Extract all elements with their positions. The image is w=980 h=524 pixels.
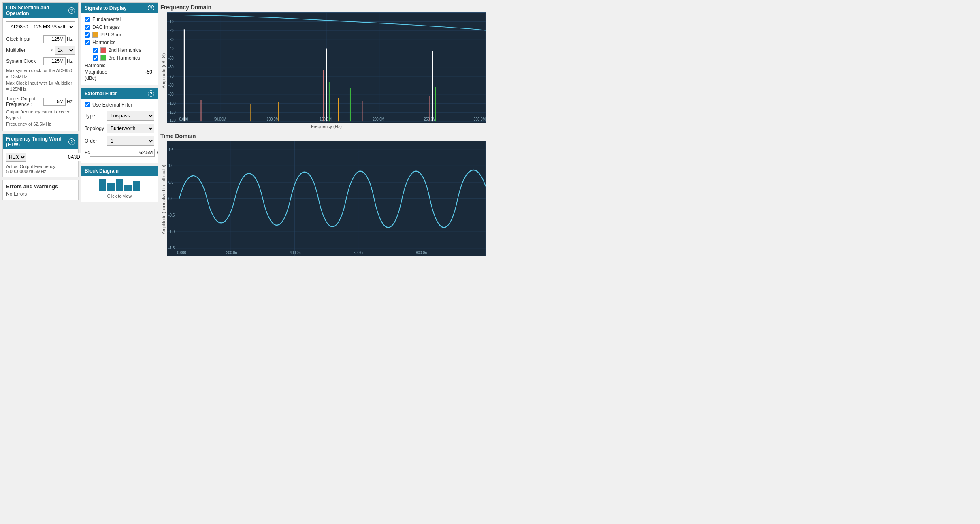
ppt-spur-checkbox[interactable] <box>85 32 90 38</box>
ftw-section-title: Frequency Tuning Word (FTW) <box>6 136 68 147</box>
use-filter-label: Use External Filter <box>92 102 132 108</box>
svg-text:1.5: 1.5 <box>168 147 174 152</box>
target-freq-field[interactable] <box>43 98 66 106</box>
bd-block-3 <box>116 179 123 191</box>
filter-order-row: Order 12345 <box>85 136 154 146</box>
frequency-domain-chart-right: -10 -20 -30 -40 -50 -60 -70 -80 -90 -100… <box>167 12 486 130</box>
fundamental-label: Fundamental <box>92 17 121 22</box>
filter-fc-input[interactable] <box>90 149 155 157</box>
ftw-row: HEXDECBIN <box>6 153 75 162</box>
actual-freq-value: 5.00000000465MHz <box>6 169 46 174</box>
nyquist-warning: Output frequency cannot exceed NyquistFr… <box>6 109 75 128</box>
system-clock-field[interactable] <box>43 57 66 65</box>
multiplier-select[interactable]: 1x2x4x <box>55 46 75 55</box>
use-filter-checkbox[interactable] <box>85 102 90 107</box>
filter-section-body: Use External Filter Type LowpassHighpass… <box>81 99 158 163</box>
clock-info: Max system clock for the AD9850 is 125MH… <box>6 68 75 93</box>
third-harmonic-color-box <box>100 55 106 61</box>
time-domain-title: Time Domain <box>160 133 486 139</box>
block-diagram-visual <box>99 179 140 191</box>
time-domain-container: Time Domain Amplitude (normalized to ful… <box>160 133 486 258</box>
left-panel: DDS Selection and Operation ? AD9850 – 1… <box>0 0 81 262</box>
svg-text:-1.0: -1.0 <box>168 229 175 234</box>
svg-text:-70: -70 <box>168 74 174 79</box>
signals-help-icon[interactable]: ? <box>148 5 154 11</box>
filter-topology-select[interactable]: ButterworthChebyshevBessel <box>107 124 154 133</box>
ftw-help-icon[interactable]: ? <box>68 138 75 145</box>
block-diagram-body[interactable]: Click to view <box>81 176 158 202</box>
bd-block-5 <box>133 181 140 191</box>
time-domain-chart-area: Amplitude (normalized to full-scale) <box>160 141 486 258</box>
click-to-view-label: Click to view <box>107 194 132 198</box>
frequency-domain-svg: -10 -20 -30 -40 -50 -60 -70 -80 -90 -100… <box>167 13 486 123</box>
harmonic-magnitude-row: HarmonicMagnitude(dBc) <box>85 63 154 82</box>
ftw-section: Frequency Tuning Word (FTW) ? HEXDECBIN … <box>2 134 79 177</box>
svg-text:-120: -120 <box>168 118 176 123</box>
dds-section-body: AD9850 – 125 MSPS with 10-bit DAC AD9851… <box>3 18 78 131</box>
second-harmonic-checkbox[interactable] <box>93 48 98 53</box>
right-panel: Frequency Domain Amplitude (dBFS) <box>158 0 490 262</box>
svg-text:400.0n: 400.0n <box>290 250 301 255</box>
clock-input-field[interactable] <box>43 35 66 43</box>
ftw-section-body: HEXDECBIN Actual Output Frequency: 5.000… <box>3 149 78 177</box>
clock-input-row: Clock Input Hz <box>6 35 75 43</box>
filter-fc-label: Fc <box>85 150 90 155</box>
harmonics-label: Harmonics <box>92 40 115 45</box>
filter-fc-row: Fc Hz <box>85 149 154 157</box>
second-harmonic-color-box <box>100 47 106 53</box>
harmonic-magnitude-input[interactable] <box>132 68 154 76</box>
third-harmonic-label: 3rd Harmonics <box>109 55 140 61</box>
svg-text:-30: -30 <box>168 37 174 42</box>
ppt-spur-label: PPT Spur <box>100 32 121 38</box>
svg-text:0.5: 0.5 <box>168 179 174 184</box>
block-diagram-title: Block Diagram <box>85 168 119 174</box>
errors-status: No Errors <box>6 191 75 197</box>
actual-freq-display: Actual Output Frequency: 5.00000000465MH… <box>6 164 75 174</box>
dds-help-icon[interactable]: ? <box>68 7 75 14</box>
ppt-spur-row: PPT Spur <box>85 32 154 38</box>
block-diagram-header: Block Diagram <box>81 166 158 176</box>
dac-images-row: DAC Images <box>85 24 154 30</box>
dac-images-checkbox[interactable] <box>85 25 90 30</box>
svg-text:800.0n: 800.0n <box>416 250 427 255</box>
svg-text:-110: -110 <box>168 110 176 115</box>
block-diagram-section: Block Diagram Click to view <box>81 166 158 202</box>
dds-section-title: DDS Selection and Operation <box>6 5 68 16</box>
ppt-spur-color-box <box>92 32 98 38</box>
filter-order-select[interactable]: 12345 <box>107 136 154 146</box>
signals-section-body: Fundamental DAC Images PPT Spur Harmonic… <box>81 13 158 85</box>
filter-help-icon[interactable]: ? <box>148 90 154 97</box>
harmonics-checkbox[interactable] <box>85 40 90 45</box>
frequency-domain-container: Frequency Domain Amplitude (dBFS) <box>160 4 486 130</box>
signals-section: Signals to Display ? Fundamental DAC Ima… <box>81 2 158 85</box>
dds-section-header: DDS Selection and Operation ? <box>3 3 78 18</box>
time-domain-chart-right: 1.5 1.0 0.5 0.0 -0.5 -1.0 -1.5 0.000 200… <box>167 141 486 258</box>
target-freq-label: Target OutputFrequency : <box>6 96 43 107</box>
frequency-domain-title: Frequency Domain <box>160 4 486 11</box>
time-domain-x-axis-label <box>167 256 486 258</box>
svg-text:-100: -100 <box>168 101 176 106</box>
time-domain-y-axis-label: Amplitude (normalized to full-scale) <box>160 141 167 258</box>
svg-text:150.0M: 150.0M <box>320 117 331 121</box>
svg-text:0.000: 0.000 <box>177 250 186 255</box>
filter-section: External Filter ? Use External Filter Ty… <box>81 88 158 163</box>
errors-title: Errors and Warnings <box>6 183 75 190</box>
svg-text:-0.5: -0.5 <box>168 213 175 217</box>
errors-section-body: Errors and Warnings No Errors <box>3 180 78 200</box>
multiplier-label: Multiplier <box>6 47 50 53</box>
frequency-domain-chart: -10 -20 -30 -40 -50 -60 -70 -80 -90 -100… <box>167 12 486 123</box>
fundamental-checkbox[interactable] <box>85 17 90 22</box>
filter-type-select[interactable]: LowpassHighpassBandpass <box>107 111 154 121</box>
bd-block-2 <box>107 183 115 191</box>
bd-block-1 <box>99 179 106 191</box>
dds-device-select[interactable]: AD9850 – 125 MSPS with 10-bit DAC AD9851… <box>6 21 75 32</box>
actual-freq-label: Actual Output Frequency: <box>6 164 57 169</box>
multiplier-x-symbol: × <box>50 47 53 53</box>
third-harmonic-checkbox[interactable] <box>93 55 98 61</box>
system-clock-unit: Hz <box>67 58 75 64</box>
svg-text:-60: -60 <box>168 64 174 69</box>
svg-text:-40: -40 <box>168 46 174 51</box>
ftw-format-select[interactable]: HEXDECBIN <box>6 153 26 162</box>
filter-type-label: Type <box>85 113 107 119</box>
clock-info-line1: Max system clock for the AD9850 is 125MH… <box>6 68 72 79</box>
